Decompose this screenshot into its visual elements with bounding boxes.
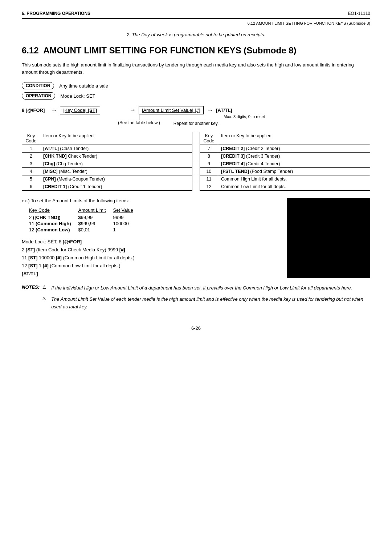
- key-item: [CREDIT 2] (Credit 2 Tender): [218, 145, 370, 153]
- example-table-cell: 11 (Common High): [29, 220, 78, 227]
- code-line: 12 [ST] 1 [#] (Common Low Limit for all …: [22, 262, 279, 270]
- flow-arrow-2: →: [129, 106, 136, 114]
- header-section: 6. PROGRAMMING OPERATIONS: [22, 11, 90, 16]
- example-table: Key CodeAmount LimitSet Value 2 ([CHK TN…: [29, 207, 279, 233]
- flow-end: [AT/TL]: [216, 108, 232, 113]
- key-code: 2: [22, 153, 40, 160]
- key-code: 5: [22, 175, 40, 183]
- notes-section: NOTES: 1.If the individual High or Low A…: [22, 284, 370, 314]
- flow-branch-note: (See the table below.): [118, 120, 160, 125]
- right-table-header-key: KeyCode: [200, 132, 218, 145]
- subheader: 6.12 AMOUNT LIMIT SETTING FOR FUNCTION K…: [22, 21, 370, 25]
- key-code: 1: [22, 145, 40, 153]
- example-table-cell: 2 ([CHK TND]): [29, 214, 78, 220]
- flow-step2: |Amount Limit Set Value| [#]: [139, 106, 204, 114]
- example-table-row: 11 (Common High)$999,99100000: [29, 220, 140, 227]
- key-item: [CHK TND] Check Tender): [40, 153, 192, 160]
- page-number: 6-26: [22, 325, 370, 331]
- key-item: [MISC] (Misc. Tender): [40, 168, 192, 175]
- example-table-header: Key Code: [29, 207, 78, 214]
- key-code: 10: [200, 168, 218, 175]
- key-item: Common High Limit for all depts.: [218, 175, 370, 183]
- right-table-header-item: Item or Key to be applied: [218, 132, 370, 145]
- page: 6. PROGRAMMING OPERATIONS EO1-11110 6.12…: [0, 0, 392, 555]
- table-row: 7[CREDIT 2] (Credit 2 Tender): [200, 145, 370, 153]
- example-section: ex.) To set the Amount Limits of the fol…: [22, 198, 370, 278]
- key-item: [Chg] (Chg Tender): [40, 160, 192, 168]
- key-item: [CPN] (Media-Coupon Tender): [40, 175, 192, 183]
- example-title: ex.) To set the Amount Limits of the fol…: [22, 198, 279, 203]
- key-table-left: KeyCode Item or Key to be applied 1[AT/T…: [22, 132, 192, 191]
- code-line: [AT/TL]: [22, 270, 279, 278]
- key-item: [AT/TL] (Cash Tender): [40, 145, 192, 153]
- key-item: [CREDIT 3] (Credit 3 Tender): [218, 153, 370, 160]
- note-item: 1.If the individual High or Low Amount L…: [42, 284, 370, 292]
- example-table-cell: $99,99: [78, 214, 113, 220]
- table-row: 11Common High Limit for all depts.: [200, 175, 370, 183]
- example-left: ex.) To set the Amount Limits of the fol…: [22, 198, 279, 278]
- key-item: [CREDIT 1] (Credit 1 Tender): [40, 183, 192, 191]
- left-table-header-key: KeyCode: [22, 132, 40, 145]
- example-table-header: Set Value: [113, 207, 140, 214]
- table-row: 8[CREDIT 3] (Credit 3 Tender): [200, 153, 370, 160]
- description: This submode sets the high amount limit …: [22, 61, 370, 76]
- flow-main-row: 8 [@/FOR] → |Key Code| [ST] → |Amount Li…: [22, 106, 370, 114]
- example-image: [287, 198, 370, 278]
- condition-badge: CONDITION: [22, 82, 54, 89]
- operation-text: Mode Lock: SET: [60, 93, 95, 99]
- example-table-cell: 1: [113, 227, 140, 233]
- code-line: Mode Lock: SET, 8 [@/FOR]: [22, 238, 279, 246]
- operation-badge: OPERATION: [22, 92, 55, 100]
- example-table-cell: 100000: [113, 220, 140, 227]
- key-code: 4: [22, 168, 40, 175]
- flow-amount-note: Max. 8 digits; 0 to reset: [224, 114, 370, 119]
- tables-row: KeyCode Item or Key to be applied 1[AT/T…: [22, 132, 370, 191]
- key-code: 6: [22, 183, 40, 191]
- flow-arrow-1: →: [50, 106, 57, 114]
- flow-start: 8 [@/FOR]: [22, 108, 45, 113]
- table-row: 2[CHK TND] Check Tender): [22, 153, 192, 160]
- table-row: 6[CREDIT 1] (Credit 1 Tender): [22, 183, 192, 191]
- table-row: 10[FSTL TEND] (Food Stamp Tender): [200, 168, 370, 175]
- page-header: 6. PROGRAMMING OPERATIONS EO1-11110: [22, 11, 370, 19]
- condition-row: CONDITION Any time outside a sale: [22, 82, 370, 89]
- key-code: 11: [200, 175, 218, 183]
- example-table-cell: 12 (Common Low): [29, 227, 78, 233]
- example-table-cell: $0,01: [78, 227, 113, 233]
- intro-note: 2. The Day-of-week is programmable not t…: [22, 32, 370, 37]
- key-item: [FSTL TEND] (Food Stamp Tender): [218, 168, 370, 175]
- note-item: 2.The Amount Limit Set Value of each ten…: [42, 296, 370, 311]
- notes-label: NOTES:: [22, 284, 40, 290]
- example-code: Mode Lock: SET, 8 [@/FOR]2 [ST] (Item Co…: [22, 238, 279, 278]
- section-title: 6.12 AMOUNT LIMIT SETTING FOR FUNCTION K…: [22, 45, 370, 56]
- key-code: 8: [200, 153, 218, 160]
- key-code: 3: [22, 160, 40, 168]
- table-row: 12Common Low Limit for all depts.: [200, 183, 370, 191]
- key-item: [CREDIT 4] (Credit 4 Tender): [218, 160, 370, 168]
- key-code: 12: [200, 183, 218, 191]
- flow-arrow-3: →: [207, 106, 213, 114]
- key-table-right: KeyCode Item or Key to be applied 7[CRED…: [200, 132, 370, 191]
- key-item: Common Low Limit for all depts.: [218, 183, 370, 191]
- left-table-header-item: Item or Key to be applied: [40, 132, 192, 145]
- example-table-row: 2 ([CHK TND])$99,999999: [29, 214, 140, 220]
- table-row: 1[AT/TL] (Cash Tender): [22, 145, 192, 153]
- key-code: 7: [200, 145, 218, 153]
- code-line: 2 [ST] (Item Code for Check Media Key) 9…: [22, 246, 279, 254]
- header-doc-number: EO1-11110: [348, 11, 370, 16]
- example-table-cell: $999,99: [78, 220, 113, 227]
- table-row: 3[Chg] (Chg Tender): [22, 160, 192, 168]
- condition-text: Any time outside a sale: [59, 83, 108, 89]
- table-row: 4[MISC] (Misc. Tender): [22, 168, 192, 175]
- table-row: 5[CPN] (Media-Coupon Tender): [22, 175, 192, 183]
- example-table-cell: 9999: [113, 214, 140, 220]
- key-code: 9: [200, 160, 218, 168]
- operation-row: OPERATION Mode Lock: SET: [22, 92, 370, 100]
- example-table-row: 12 (Common Low)$0,011: [29, 227, 140, 233]
- flow-diagram: 8 [@/FOR] → |Key Code| [ST] → |Amount Li…: [22, 106, 370, 119]
- flow-step1: |Key Code| [ST]: [60, 106, 100, 114]
- code-line: 11 [ST] 100000 [#] (Common High Limit fo…: [22, 254, 279, 262]
- notes-items: 1.If the individual High or Low Amount L…: [42, 284, 370, 314]
- table-row: 9[CREDIT 4] (Credit 4 Tender): [200, 160, 370, 168]
- example-table-header: Amount Limit: [78, 207, 113, 214]
